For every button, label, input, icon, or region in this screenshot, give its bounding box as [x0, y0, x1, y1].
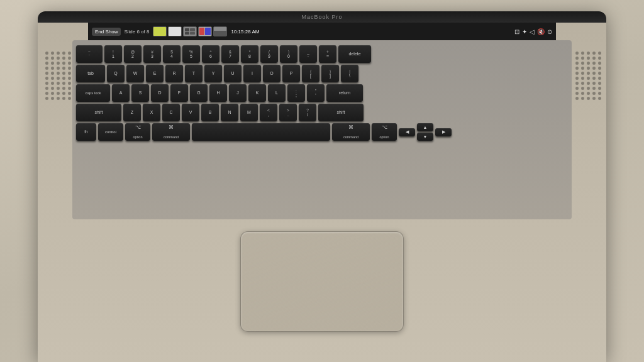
key-backslash[interactable]: |\: [341, 65, 358, 82]
key-y[interactable]: Y: [204, 65, 222, 82]
key-q[interactable]: Q: [107, 65, 125, 82]
macbook-body: MacBook Pro End Show Slide 6 of 8: [38, 11, 606, 362]
key-v[interactable]: V: [182, 104, 199, 121]
key-row-asdf: caps lock A S D F G H J K L :; "' return: [76, 84, 568, 102]
key-f[interactable]: F: [170, 84, 188, 102]
key-row-modifiers: fn control ⌥option ⌘command ⌘command ⌥op…: [76, 123, 568, 141]
key-4[interactable]: $4: [163, 45, 180, 63]
macbook-pro-label: MacBook Pro: [301, 14, 342, 20]
touch-bar[interactable]: End Show Slide 6 of 8: [88, 23, 556, 40]
key-c[interactable]: C: [162, 104, 180, 121]
key-o[interactable]: O: [263, 65, 280, 82]
key-s[interactable]: S: [131, 84, 149, 102]
key-m[interactable]: M: [240, 104, 258, 121]
key-option-right[interactable]: ⌥option: [372, 123, 397, 141]
key-k[interactable]: K: [248, 84, 266, 102]
key-p[interactable]: P: [282, 65, 300, 82]
tb-icons: ⊡ ✦ ◁ 🔇 ⊙: [514, 28, 552, 35]
tb-mute-icon[interactable]: 🔇: [537, 28, 545, 35]
trackpad-area[interactable]: [240, 231, 404, 332]
macbook-scene: MacBook Pro End Show Slide 6 of 8: [0, 0, 644, 362]
tb-end-show-button[interactable]: End Show: [92, 28, 121, 36]
key-a[interactable]: A: [112, 84, 130, 102]
trackpad[interactable]: [240, 231, 404, 332]
key-command-right[interactable]: ⌘command: [332, 123, 370, 141]
key-space[interactable]: [192, 123, 330, 141]
key-x[interactable]: X: [143, 104, 160, 121]
key-shift-right[interactable]: shift: [318, 104, 364, 121]
key-row-numbers: ~` !1 @2 #3 $4 %5 ^6 &7 *8 (9 )0 _- += d…: [76, 45, 568, 63]
key-g[interactable]: G: [190, 84, 208, 102]
key-quote[interactable]: "': [307, 84, 325, 102]
key-return[interactable]: return: [326, 84, 363, 102]
key-period[interactable]: >.: [279, 104, 297, 121]
key-tab[interactable]: tab: [76, 65, 105, 82]
tb-thumb-2[interactable]: [168, 26, 182, 36]
key-3[interactable]: #3: [143, 45, 161, 63]
key-z[interactable]: Z: [123, 104, 141, 121]
key-h[interactable]: H: [209, 84, 227, 102]
key-minus[interactable]: _-: [299, 45, 317, 63]
key-0[interactable]: )0: [280, 45, 297, 63]
tb-slide-info: Slide 6 of 8: [124, 29, 149, 35]
tb-back-icon[interactable]: ◁: [530, 28, 535, 35]
key-arrow-left[interactable]: ◀: [399, 128, 415, 136]
key-r[interactable]: R: [165, 65, 183, 82]
key-7[interactable]: &7: [221, 45, 239, 63]
key-semicolon[interactable]: :;: [287, 84, 305, 102]
key-delete[interactable]: delete: [338, 45, 371, 63]
tb-thumb-1[interactable]: [153, 26, 167, 36]
key-5[interactable]: %5: [182, 45, 200, 63]
tb-display-icon[interactable]: ⊡: [514, 28, 519, 35]
key-row-qwerty: tab Q W E R T Y U I O P {[ }] |\: [76, 65, 568, 82]
key-l[interactable]: L: [268, 84, 286, 102]
key-w[interactable]: W: [126, 65, 144, 82]
tb-camera-icon[interactable]: ⊙: [547, 28, 552, 35]
key-command-left[interactable]: ⌘command: [152, 123, 190, 141]
tb-time: 10:15:28 AM: [231, 29, 260, 35]
key-8[interactable]: *8: [241, 45, 258, 63]
key-equals[interactable]: +=: [319, 45, 336, 63]
key-6[interactable]: ^6: [202, 45, 219, 63]
tb-thumb-5[interactable]: [213, 26, 227, 36]
key-row-zxcv: shift Z X C V B N M <, >. ?/ shift: [76, 104, 568, 121]
key-arrow-right[interactable]: ▶: [435, 128, 452, 136]
key-shift-left[interactable]: shift: [76, 104, 121, 121]
key-control[interactable]: control: [98, 123, 123, 141]
keyboard-area: ~` !1 @2 #3 $4 %5 ^6 &7 *8 (9 )0 _- += d…: [72, 40, 572, 219]
tb-thumb-4[interactable]: [198, 26, 212, 36]
key-caps-lock[interactable]: caps lock: [76, 84, 110, 102]
key-slash[interactable]: ?/: [299, 104, 316, 121]
key-d[interactable]: D: [151, 84, 169, 102]
key-i[interactable]: I: [243, 65, 261, 82]
key-tilde[interactable]: ~`: [76, 45, 103, 63]
key-j[interactable]: J: [229, 84, 247, 102]
key-1[interactable]: !1: [104, 45, 122, 63]
key-fn[interactable]: fn: [76, 123, 96, 141]
key-u[interactable]: U: [224, 65, 242, 82]
tb-thumb-3[interactable]: [183, 26, 197, 36]
tb-slide-thumbnails[interactable]: [153, 26, 227, 36]
arrow-up-down-container: ▲ ▼: [417, 123, 433, 141]
key-9[interactable]: (9: [260, 45, 278, 63]
top-bezel: MacBook Pro: [38, 11, 606, 23]
key-b[interactable]: B: [201, 104, 219, 121]
speaker-right: [573, 49, 601, 187]
key-arrow-down[interactable]: ▼: [417, 133, 433, 141]
key-arrow-up[interactable]: ▲: [417, 123, 433, 131]
speaker-left: [43, 49, 71, 187]
key-e[interactable]: E: [146, 65, 164, 82]
key-bracket-open[interactable]: {[: [302, 65, 319, 82]
key-n[interactable]: N: [221, 104, 238, 121]
key-2[interactable]: @2: [124, 45, 142, 63]
key-t[interactable]: T: [185, 65, 203, 82]
key-bracket-close[interactable]: }]: [321, 65, 339, 82]
key-option-left[interactable]: ⌥option: [125, 123, 150, 141]
key-comma[interactable]: <,: [260, 104, 277, 121]
tb-brightness-icon[interactable]: ✦: [522, 28, 527, 35]
